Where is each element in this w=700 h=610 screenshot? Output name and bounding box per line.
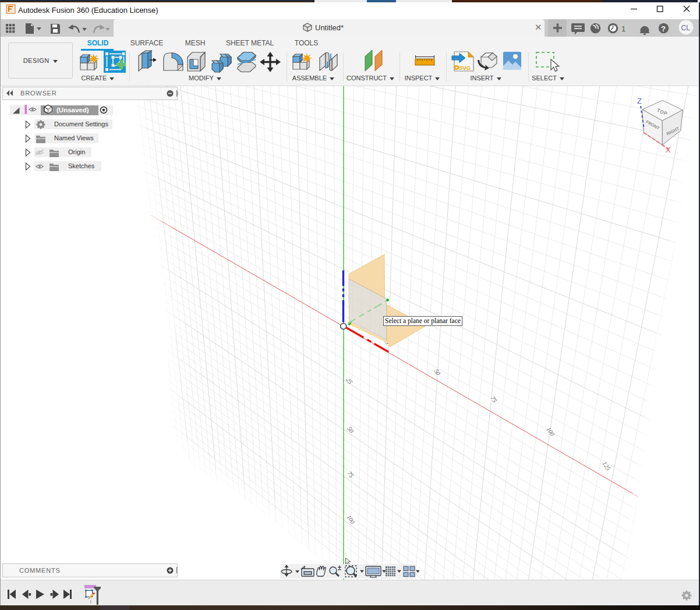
- svg-text:75: 75: [346, 470, 355, 479]
- svg-text:Z: Z: [637, 97, 642, 105]
- svg-text:100: 100: [345, 514, 356, 526]
- svg-text:?: ?: [661, 24, 666, 33]
- svg-text:50: 50: [433, 368, 441, 377]
- svg-text:125: 125: [601, 460, 611, 471]
- svg-text:X: X: [666, 146, 671, 154]
- svg-text:25: 25: [345, 377, 353, 385]
- svg-text:SVG: SVG: [459, 65, 471, 71]
- svg-text:100: 100: [545, 426, 556, 438]
- svg-text:CL: CL: [681, 24, 691, 32]
- svg-text:1: 1: [621, 24, 625, 33]
